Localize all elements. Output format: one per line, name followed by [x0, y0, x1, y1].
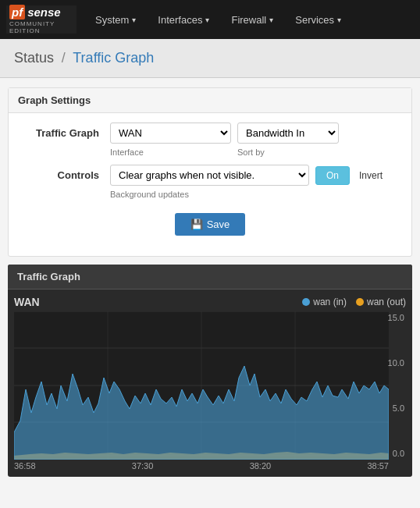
panel-body: Traffic Graph WAN Bandwidth In Interface… [9, 113, 411, 256]
save-row: 💾 Save [16, 207, 404, 247]
invert-toggle-button[interactable]: On [315, 166, 350, 185]
x-label-0: 36:58 [14, 461, 36, 471]
legend-out: wan (out) [356, 297, 406, 307]
traffic-graph-row: Traffic Graph WAN Bandwidth In Interface… [16, 123, 404, 157]
x-label-2: 38:20 [250, 461, 272, 471]
interfaces-caret-icon: ▾ [205, 16, 209, 24]
y-axis-labels: 15.0 10.0 5.0 0.0 [378, 311, 406, 460]
services-caret-icon: ▾ [337, 16, 341, 24]
traffic-graph-hints-row: Interface Sort by [110, 147, 339, 157]
graph-content: WAN wan (in) wan (out) [8, 290, 412, 477]
x-label-1: 37:30 [132, 461, 154, 471]
controls-selects-row: Clear graphs when not visible. On Invert [110, 165, 383, 186]
navbar: pf sense COMMUNITY EDITION System ▾ Inte… [0, 0, 420, 39]
traffic-graph-controls: WAN Bandwidth In Interface Sort by [110, 123, 339, 157]
y-label-mid-low: 5.0 [379, 403, 404, 413]
y-label-bottom: 0.0 [379, 449, 404, 458]
panel-heading: Graph Settings [9, 88, 411, 113]
nav-firewall[interactable]: Firewall ▾ [220, 0, 284, 39]
traffic-chart-svg [14, 311, 389, 460]
save-label: Save [207, 218, 230, 230]
pf-edition: COMMUNITY EDITION [9, 20, 73, 34]
breadcrumb-parent: Status [14, 50, 54, 66]
interface-hint: Interface [110, 147, 231, 157]
traffic-graph-label: Traffic Graph [16, 123, 110, 139]
firewall-caret-icon: ▾ [269, 16, 273, 24]
save-icon: 💾 [190, 218, 203, 230]
nav-services[interactable]: Services ▾ [284, 0, 352, 39]
breadcrumb: Status / Traffic Graph [0, 39, 420, 78]
graph-panel-heading: Traffic Graph [8, 265, 412, 290]
controls-label: Controls [16, 165, 110, 181]
sortby-select[interactable]: Bandwidth In [237, 123, 339, 144]
breadcrumb-current: Traffic Graph [73, 50, 154, 66]
controls-hints-row: Background updates [110, 189, 383, 199]
invert-label: Invert [359, 170, 383, 181]
controls-controls: Clear graphs when not visible. On Invert… [110, 165, 383, 199]
background-select[interactable]: Clear graphs when not visible. [110, 165, 309, 186]
graph-wan-title: WAN [14, 296, 40, 308]
graph-header: WAN wan (in) wan (out) [14, 296, 406, 308]
background-hint: Background updates [110, 190, 309, 199]
nav-system[interactable]: System ▾ [84, 0, 147, 39]
sortby-hint: Sort by [237, 147, 339, 157]
interface-select[interactable]: WAN [110, 123, 231, 144]
legend-in: wan (in) [302, 297, 347, 307]
legend-in-dot [302, 298, 310, 306]
nav-interfaces[interactable]: Interfaces ▾ [147, 0, 220, 39]
brand-logo: pf sense COMMUNITY EDITION [6, 5, 77, 34]
legend-out-dot [356, 298, 364, 306]
x-label-3: 38:57 [367, 461, 389, 471]
traffic-graph-panel: Traffic Graph WAN wan (in) wan (out) [8, 265, 412, 477]
x-axis-labels: 36:58 37:30 38:20 38:57 [14, 460, 389, 471]
save-button[interactable]: 💾 Save [175, 213, 246, 236]
pf-icon: pf [9, 5, 25, 20]
system-caret-icon: ▾ [132, 16, 136, 24]
legend-out-label: wan (out) [367, 297, 406, 307]
pf-sense: sense [27, 5, 61, 19]
y-label-top: 15.0 [379, 313, 404, 322]
controls-row: Controls Clear graphs when not visible. … [16, 165, 404, 199]
legend-in-label: wan (in) [313, 297, 347, 307]
chart-wrapper: 15.0 10.0 5.0 0.0 [14, 311, 406, 460]
traffic-graph-selects-row: WAN Bandwidth In [110, 123, 339, 144]
y-label-mid-high: 10.0 [379, 358, 404, 368]
graph-settings-panel: Graph Settings Traffic Graph WAN Bandwid… [8, 87, 412, 257]
graph-legend: wan (in) wan (out) [302, 297, 406, 307]
breadcrumb-separator: / [62, 50, 66, 66]
